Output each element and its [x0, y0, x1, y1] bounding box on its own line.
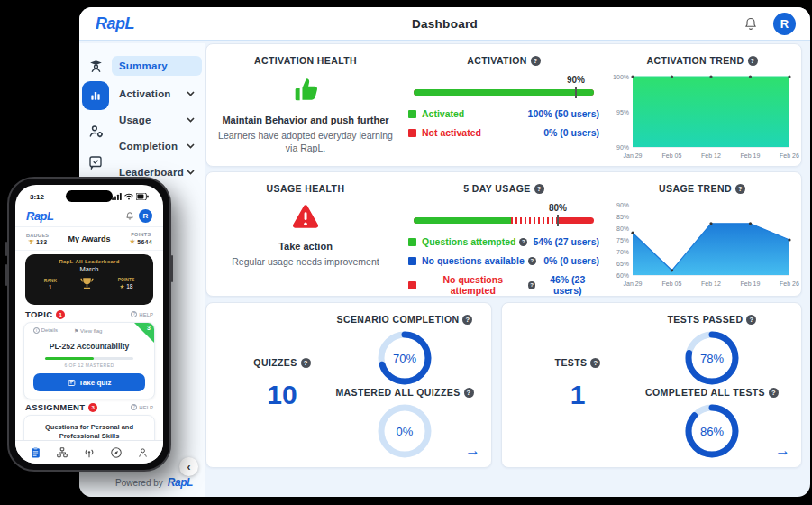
svg-text:75%: 75% — [616, 237, 629, 243]
sidebar-item-completion[interactable]: Completion — [112, 136, 202, 156]
help-icon[interactable]: ? — [735, 184, 745, 194]
topic-view-flag-link[interactable]: ⚑ View flag — [74, 327, 102, 334]
help-icon[interactable]: ? — [748, 56, 758, 66]
legend-swatch — [408, 281, 416, 289]
quizzes-detail-arrow[interactable]: → — [465, 442, 480, 460]
help-icon[interactable]: ? — [528, 281, 536, 289]
completed-tests-donut: 86% — [683, 402, 741, 460]
sidebar-item-summary[interactable]: Summary — [112, 56, 202, 76]
usage-gauge-title: 5 DAY USAGE — [463, 183, 530, 194]
feedback-icon[interactable] — [86, 152, 105, 172]
powered-by-footer: Powered by RapL — [115, 476, 193, 489]
activation-health-text: Learners have adopted everyday learning … — [214, 129, 398, 154]
quizzes-label: QUIZZES — [253, 357, 297, 368]
usage-trend-chart: 60%65%70%75%80%85%90%Jan 29Feb 05Feb 12F… — [606, 197, 798, 288]
legend-row: No questions available? 0% (0 users) — [408, 255, 599, 266]
admin-users-icon[interactable] — [86, 121, 105, 141]
battery-icon — [136, 193, 149, 200]
points-label: POINTS — [131, 232, 151, 237]
tests-passed-donut: 78% — [683, 329, 741, 387]
reports-icon-active[interactable] — [82, 81, 109, 110]
svg-text:Feb 12: Feb 12 — [701, 280, 721, 287]
usage-gauge-panel: 5 DAY USAGE? 80% Questions attempted? 54… — [405, 172, 603, 296]
learners-icon[interactable] — [86, 56, 105, 76]
phone-bell-icon[interactable] — [125, 211, 134, 221]
tests-detail-arrow[interactable]: → — [775, 442, 790, 460]
nav-broadcast-icon[interactable] — [83, 446, 96, 459]
quizzes-card: QUIZZES? 10 SCENARIO COMPLETION? 70% MAS… — [205, 302, 492, 468]
legend-row: Activated 100% (50 users) — [408, 108, 599, 119]
assignment-section-header: ASSIGNMENT3 ?HELP — [15, 400, 163, 414]
svg-text:100%: 100% — [613, 74, 629, 80]
chevron-down-icon — [187, 170, 195, 175]
mastered-quizzes-title: MASTERED ALL QUIZZES — [335, 387, 460, 398]
scenario-completion-group: SCENARIO COMPLETION? 70% — [319, 314, 490, 387]
mastered-quizzes-donut: 0% — [376, 402, 433, 460]
usage-trend-panel: USAGE TREND? 60%65%70%75%80%85%90%Jan 29… — [603, 172, 801, 296]
topic-corner-badge: 3 — [147, 325, 151, 331]
take-quiz-button[interactable]: Take quiz — [33, 373, 145, 391]
sidebar-item-activation[interactable]: Activation — [112, 84, 202, 104]
svg-text:Feb 19: Feb 19 — [741, 152, 761, 159]
svg-text:90%: 90% — [616, 144, 629, 151]
help-icon[interactable]: ? — [464, 388, 474, 398]
rank-label: RANK — [44, 278, 57, 283]
leaderboard-award-card[interactable]: RapL-All-Leaderboard March RANK1 POINTS★… — [25, 254, 153, 305]
powered-by-text: Powered by — [115, 478, 163, 488]
help-icon[interactable]: ? — [519, 238, 527, 246]
usage-trend-title: USAGE TREND — [659, 183, 732, 194]
star-icon: ★ — [130, 238, 136, 245]
activation-card: ACTIVATION HEALTH Maintain Behavior and … — [205, 43, 802, 167]
rapl-footer-logo: RapL — [168, 476, 193, 489]
activation-trend-title: ACTIVATION TREND — [646, 55, 744, 66]
tests-label: TESTS — [555, 357, 588, 368]
assignment-help-link[interactable]: ?HELP — [131, 404, 153, 410]
nav-tasks-icon[interactable] — [30, 446, 41, 459]
signal-icon — [112, 193, 122, 200]
sidebar-collapse-button[interactable]: ‹ — [179, 457, 198, 476]
quiz-icon — [68, 379, 76, 387]
help-icon[interactable]: ? — [746, 315, 756, 325]
legend-swatch — [408, 238, 416, 246]
usage-card: USAGE HEALTH Take action Regular usage n… — [205, 171, 802, 297]
topic-title: PL-252 Accountability — [24, 342, 154, 351]
legend-row: Not activated 0% (0 users) — [408, 127, 599, 138]
help-icon[interactable]: ? — [769, 388, 779, 398]
activation-gauge-panel: ACTIVATION? 90% Activated 100% (50 users… — [405, 44, 603, 166]
volume-button — [5, 264, 7, 286]
svg-text:70%: 70% — [616, 249, 629, 255]
sidebar-item-usage[interactable]: Usage — [112, 110, 202, 130]
phone-screen: 3:12 RapL R BADGES 133 My Awards POINTS … — [15, 185, 163, 464]
page-title: Dashboard — [79, 17, 810, 31]
help-icon[interactable]: ? — [534, 184, 544, 194]
topic-count-badge: 1 — [56, 310, 65, 319]
help-icon[interactable]: ? — [528, 257, 536, 265]
svg-text:Feb 26: Feb 26 — [780, 280, 799, 287]
phone-avatar[interactable]: R — [139, 209, 152, 223]
help-icon[interactable]: ? — [590, 358, 600, 368]
nav-profile-icon[interactable] — [137, 446, 149, 459]
topic-details-link[interactable]: i Details — [33, 327, 58, 334]
sidebar-item-label: Summary — [119, 60, 168, 71]
warning-triangle-icon — [206, 203, 405, 235]
help-icon[interactable]: ? — [301, 358, 311, 368]
power-button — [171, 255, 173, 282]
help-icon[interactable]: ? — [462, 315, 472, 325]
svg-text:Feb 12: Feb 12 — [701, 152, 721, 159]
svg-text:80%: 80% — [616, 225, 629, 232]
user-avatar[interactable]: R — [773, 13, 796, 35]
trophy-icon — [79, 276, 95, 291]
help-icon[interactable]: ? — [531, 56, 541, 66]
phone-header: RapL R — [15, 205, 163, 227]
legend-row: Questions attempted? 54% (27 users) — [408, 236, 599, 247]
nav-org-icon[interactable] — [56, 446, 68, 459]
chevron-down-icon — [187, 117, 195, 123]
topic-card[interactable]: 3 i Details ⚑ View flag PL-252 Accountab… — [23, 322, 155, 399]
nav-explore-icon[interactable] — [110, 446, 123, 459]
help-icon: ? — [131, 404, 137, 410]
topic-help-link[interactable]: ?HELP — [131, 311, 153, 317]
assignment-title: Questions for Personal and Professional … — [24, 423, 154, 441]
help-icon: ? — [131, 311, 137, 317]
notification-bell-icon[interactable] — [744, 16, 758, 35]
phone-bottom-nav — [15, 440, 163, 464]
